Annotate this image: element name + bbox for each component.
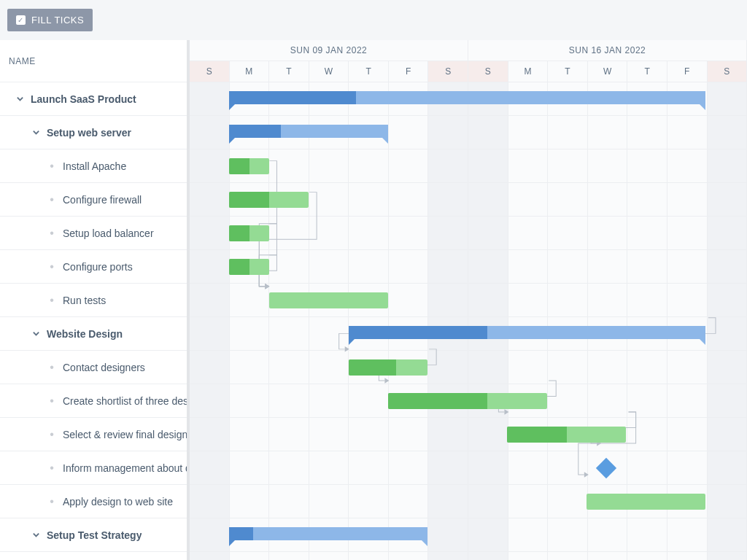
task-bar[interactable] xyxy=(349,359,428,376)
task-bar[interactable] xyxy=(507,427,626,443)
bullet-icon: • xyxy=(45,295,58,306)
summary-bar[interactable] xyxy=(229,527,427,540)
task-tree-panel: NAME Launch SaaS ProductSetup web server… xyxy=(0,40,190,560)
task-tree[interactable]: Launch SaaS ProductSetup web server•Inst… xyxy=(0,82,187,560)
tree-row[interactable]: •Configure firewall xyxy=(0,183,187,217)
day-header-cell: S xyxy=(428,61,468,82)
day-header-cell: W xyxy=(309,61,349,82)
bar-row xyxy=(190,317,747,351)
tree-row[interactable]: •Create shortlist of three designers xyxy=(0,384,187,418)
bar-row xyxy=(190,116,747,149)
column-name-header: NAME xyxy=(9,56,36,66)
bar-row xyxy=(190,149,747,183)
bullet-icon: • xyxy=(45,160,58,172)
summary-bar[interactable] xyxy=(349,326,706,339)
task-label: Inform management about decision xyxy=(63,462,187,474)
timeline-header: SUN 09 JAN 2022SUN 16 JAN 2022 SMTWTFSSM… xyxy=(190,40,747,82)
task-label: Launch SaaS Product xyxy=(31,93,136,105)
bar-row xyxy=(190,250,747,284)
task-bar[interactable] xyxy=(388,393,547,409)
task-bar[interactable] xyxy=(229,259,268,275)
bar-row xyxy=(190,82,747,116)
day-header-cell: F xyxy=(667,61,708,82)
progress-fill xyxy=(229,225,249,241)
day-header-cell: S xyxy=(468,61,508,82)
bar-row xyxy=(190,451,747,485)
bar-row xyxy=(190,351,747,384)
bar-row xyxy=(190,552,747,560)
bullet-icon: • xyxy=(45,362,58,373)
fill-ticks-button[interactable]: ✓ FILL TICKS xyxy=(7,9,93,31)
bullet-icon: • xyxy=(45,462,58,474)
bar-row xyxy=(190,217,747,250)
check-icon: ✓ xyxy=(16,15,26,25)
timeline-panel[interactable]: SUN 09 JAN 2022SUN 16 JAN 2022 SMTWTFSSM… xyxy=(190,40,747,560)
progress-fill xyxy=(349,326,487,339)
day-header-cell: W xyxy=(588,61,628,82)
task-label: Contact designers xyxy=(63,362,145,373)
tree-row[interactable]: •Run tests xyxy=(0,284,187,317)
task-label: Setup load balancer xyxy=(63,228,154,239)
milestone-diamond[interactable] xyxy=(596,458,616,478)
task-label: Apply design to web site xyxy=(63,496,173,508)
task-bar[interactable] xyxy=(229,225,268,241)
task-label: Setup web server xyxy=(47,127,131,139)
chevron-down-icon[interactable] xyxy=(13,93,26,106)
tree-row[interactable]: •Apply design to web site xyxy=(0,485,187,518)
day-header-cell: F xyxy=(389,61,429,82)
task-bar[interactable] xyxy=(587,494,705,510)
day-header-cell: M xyxy=(230,61,270,82)
task-bar[interactable] xyxy=(269,292,388,308)
tree-row[interactable]: •Select & review final design xyxy=(0,418,187,451)
day-header-cell: T xyxy=(269,61,309,82)
task-label: Run tests xyxy=(63,295,106,306)
day-header-cell: S xyxy=(708,61,747,82)
bar-row xyxy=(190,418,747,451)
tree-row[interactable]: •Inform management about decision xyxy=(0,451,187,485)
day-header-cell: M xyxy=(508,61,549,82)
chevron-down-icon[interactable] xyxy=(29,126,42,139)
tree-row[interactable]: •Contact designers xyxy=(0,351,187,384)
task-label: Create shortlist of three designers xyxy=(63,395,187,407)
progress-fill xyxy=(229,527,253,540)
day-header-cell: T xyxy=(627,61,667,82)
task-label: Setup Test Strategy xyxy=(47,529,142,541)
bar-row xyxy=(190,183,747,217)
task-label: Website Design xyxy=(47,328,123,340)
task-label: Select & review final design xyxy=(63,429,187,440)
task-label: Configure firewall xyxy=(63,194,142,206)
tree-row[interactable]: Setup Test Strategy xyxy=(0,518,187,552)
task-bar[interactable] xyxy=(229,158,268,174)
tree-row[interactable]: •Hire QA staff xyxy=(0,552,187,560)
task-bar[interactable] xyxy=(229,192,309,208)
tree-row[interactable]: •Install Apache xyxy=(0,149,187,183)
bar-row xyxy=(190,384,747,418)
bullet-icon: • xyxy=(45,496,58,508)
tree-row[interactable]: Website Design xyxy=(0,317,187,351)
bullet-icon: • xyxy=(45,194,58,206)
tree-row[interactable]: •Setup load balancer xyxy=(0,217,187,250)
day-header-cell: S xyxy=(190,61,230,82)
chevron-down-icon[interactable] xyxy=(29,327,42,341)
bullet-icon: • xyxy=(45,228,58,239)
task-label: Install Apache xyxy=(63,160,126,172)
fill-ticks-label: FILL TICKS xyxy=(31,15,84,26)
task-label: Configure ports xyxy=(63,261,133,273)
bullet-icon: • xyxy=(45,429,58,440)
tree-header: NAME xyxy=(0,40,187,82)
day-header-cell: T xyxy=(548,61,588,82)
tree-row[interactable]: Launch SaaS Product xyxy=(0,82,187,116)
progress-fill xyxy=(229,158,249,174)
day-header-cell: T xyxy=(349,61,389,82)
chevron-down-icon[interactable] xyxy=(29,529,42,542)
bar-row xyxy=(190,518,747,552)
summary-bar[interactable] xyxy=(229,125,388,138)
toolbar: ✓ FILL TICKS xyxy=(0,0,747,40)
progress-fill xyxy=(229,91,356,104)
week-header-cell: SUN 09 JAN 2022 xyxy=(190,40,468,61)
summary-bar[interactable] xyxy=(229,91,705,104)
tree-row[interactable]: •Configure ports xyxy=(0,250,187,284)
progress-fill xyxy=(349,359,396,376)
tree-row[interactable]: Setup web server xyxy=(0,116,187,149)
bullet-icon: • xyxy=(45,395,58,407)
